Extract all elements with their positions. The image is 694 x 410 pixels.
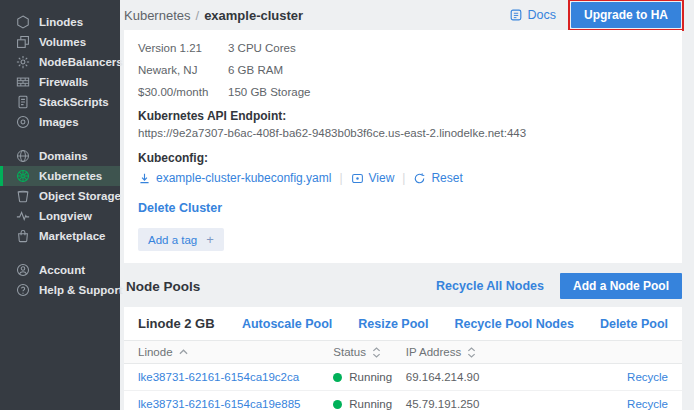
autoscale-pool-button[interactable]: Autoscale Pool [242, 317, 332, 331]
node-pools-title: Node Pools [126, 279, 200, 294]
annotation-highlight: Upgrade to HA [568, 0, 684, 31]
breadcrumb-section[interactable]: Kubernetes [124, 8, 191, 23]
sidebar-item-help-support[interactable]: Help & Support [0, 280, 120, 300]
column-label: IP Address [406, 346, 461, 358]
node-pools-actions: Recycle All Nodes Add a Node Pool [436, 273, 682, 299]
breadcrumb-separator: / [196, 8, 200, 23]
status-label: Running [349, 398, 392, 410]
cluster-summary-card: Version 1.21 3 CPU Cores Newark, NJ 6 GB… [124, 30, 682, 263]
cluster-storage: 150 GB Storage [228, 86, 668, 98]
recycle-node-button[interactable]: Recycle [627, 371, 668, 383]
sidebar-item-firewalls[interactable]: Firewalls [0, 72, 120, 92]
column-header-linode[interactable]: Linode [124, 341, 319, 364]
status-running-icon [333, 373, 342, 382]
download-icon [138, 172, 151, 185]
link-separator: | [339, 171, 342, 185]
node-link[interactable]: lke38731-62161-6154ca19c2ca [138, 371, 299, 383]
cluster-region: Newark, NJ [138, 64, 214, 76]
sidebar-item-linodes[interactable]: Linodes [0, 12, 120, 32]
sidebar-item-label: Domains [39, 150, 88, 162]
recycle-pool-nodes-button[interactable]: Recycle Pool Nodes [454, 317, 574, 331]
sidebar-group-compute: Linodes Volumes NodeBalancers Firewalls … [0, 12, 120, 132]
column-header-actions [559, 341, 682, 364]
linodes-icon [16, 15, 30, 29]
api-endpoint-value: https://9e2a7307-b6ac-408f-ba62-9483b0b3… [138, 127, 668, 139]
sidebar-item-nodebalancers[interactable]: NodeBalancers [0, 52, 120, 72]
kubeconfig-reset-link[interactable]: Reset [413, 171, 462, 185]
node-ip: 69.164.214.90 [392, 364, 559, 391]
sidebar-item-domains[interactable]: Domains [0, 146, 120, 166]
sort-both-icon [467, 347, 476, 358]
sidebar-group-services: Domains Kubernetes Object Storage Longvi… [0, 146, 120, 246]
kubeconfig-file-name: example-cluster-kubeconfig.yaml [156, 171, 331, 185]
sidebar-item-object-storage[interactable]: Object Storage [0, 186, 120, 206]
pool-header: Linode 2 GB Autoscale Pool Resize Pool R… [124, 307, 682, 340]
sidebar-item-kubernetes[interactable]: Kubernetes [0, 166, 120, 186]
nodebalancers-icon [16, 55, 30, 69]
add-node-pool-button[interactable]: Add a Node Pool [560, 273, 682, 299]
view-icon [351, 172, 364, 185]
sidebar-item-stackscripts[interactable]: StackScripts [0, 92, 120, 112]
cluster-ram: 6 GB RAM [228, 64, 668, 76]
table-row: lke38731-62161-6154ca19c2ca Running 69.1… [124, 364, 682, 391]
breadcrumb: Kubernetes / example-cluster [124, 8, 303, 23]
images-icon [16, 115, 30, 129]
kubeconfig-links: example-cluster-kubeconfig.yaml | View |… [138, 171, 668, 185]
add-tag-label: Add a tag [148, 234, 197, 246]
docs-label: Docs [528, 8, 556, 22]
kubernetes-icon [16, 169, 30, 183]
sidebar-item-label: Longview [39, 210, 92, 222]
kubeconfig-label: Kubeconfig: [138, 151, 668, 165]
sidebar-item-longview[interactable]: Longview [0, 206, 120, 226]
object-storage-icon [16, 189, 30, 203]
cluster-cpu: 3 CPU Cores [228, 42, 668, 54]
delete-pool-button[interactable]: Delete Pool [600, 317, 668, 331]
sidebar-item-volumes[interactable]: Volumes [0, 32, 120, 52]
node-ip: 45.79.191.250 [392, 391, 559, 410]
node-pool-card: Linode 2 GB Autoscale Pool Resize Pool R… [124, 307, 682, 410]
longview-icon [16, 209, 30, 223]
docs-link[interactable]: Docs [509, 8, 556, 22]
add-tag-button[interactable]: Add a tag + [138, 228, 224, 251]
pool-action-links: Autoscale Pool Resize Pool Recycle Pool … [242, 317, 668, 331]
sidebar-item-label: Account [39, 264, 85, 276]
pool-name: Linode 2 GB [138, 316, 215, 331]
recycle-all-nodes-button[interactable]: Recycle All Nodes [436, 279, 544, 293]
sidebar-item-label: Firewalls [39, 76, 88, 88]
node-link[interactable]: lke38731-62161-6154ca19e885 [138, 398, 300, 410]
kubeconfig-view-link[interactable]: View [351, 171, 395, 185]
breadcrumb-current: example-cluster [204, 8, 303, 23]
sidebar-item-label: Kubernetes [39, 170, 102, 182]
stackscripts-icon [16, 95, 30, 109]
help-icon [16, 283, 30, 297]
marketplace-icon [16, 229, 30, 243]
sidebar-item-label: Help & Support [39, 284, 123, 296]
reset-label: Reset [431, 171, 462, 185]
link-separator: | [402, 171, 405, 185]
resize-pool-button[interactable]: Resize Pool [358, 317, 428, 331]
sidebar-item-label: StackScripts [39, 96, 109, 108]
node-pools-bar: Node Pools Recycle All Nodes Add a Node … [120, 263, 694, 307]
top-bar: Kubernetes / example-cluster Docs Upgrad… [120, 0, 694, 30]
column-header-status[interactable]: Status [319, 341, 392, 364]
reset-icon [413, 172, 426, 185]
delete-cluster-button[interactable]: Delete Cluster [138, 201, 222, 215]
firewalls-icon [16, 75, 30, 89]
cluster-version: Version 1.21 [138, 42, 214, 54]
upgrade-to-ha-button[interactable]: Upgrade to HA [571, 2, 681, 28]
plus-icon: + [206, 232, 214, 247]
sort-asc-icon [179, 349, 188, 355]
api-endpoint-label: Kubernetes API Endpoint: [138, 109, 668, 123]
sidebar-item-account[interactable]: Account [0, 260, 120, 280]
status-running-icon [333, 400, 342, 409]
column-header-ip[interactable]: IP Address [392, 341, 559, 364]
recycle-node-button[interactable]: Recycle [627, 398, 668, 410]
column-label: Linode [138, 346, 173, 358]
sidebar-item-images[interactable]: Images [0, 112, 120, 132]
kubeconfig-download-link[interactable]: example-cluster-kubeconfig.yaml [138, 171, 331, 185]
top-bar-actions: Docs Upgrade to HA [509, 0, 684, 31]
sidebar-item-label: Images [39, 116, 79, 128]
view-label: View [369, 171, 395, 185]
sidebar-item-label: NodeBalancers [39, 56, 123, 68]
sidebar-item-marketplace[interactable]: Marketplace [0, 226, 120, 246]
